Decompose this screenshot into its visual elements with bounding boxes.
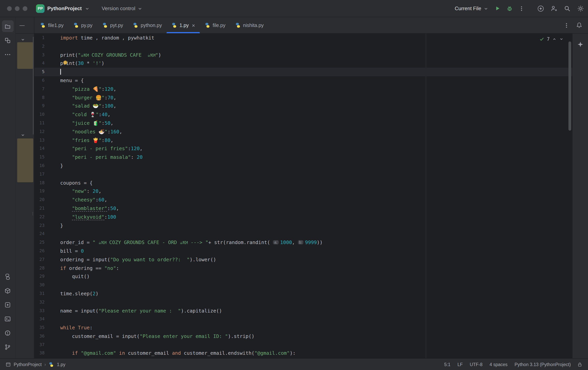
code-line[interactable]: 12 "noodles 🍜":160, xyxy=(34,127,572,136)
line-number[interactable]: 6 xyxy=(34,76,45,85)
line-number[interactable]: 8 xyxy=(34,93,45,102)
write-access-lock-icon[interactable] xyxy=(577,362,583,367)
code-line[interactable]: 22 "luckyvoid":100 xyxy=(34,212,572,221)
tab-nishita.py[interactable]: nishita.py xyxy=(230,17,268,33)
line-number[interactable]: 10 xyxy=(34,110,45,119)
code-line[interactable]: 5 xyxy=(34,68,572,76)
line-number[interactable]: 13 xyxy=(34,136,45,145)
line-number[interactable]: 24 xyxy=(34,230,45,238)
line-number[interactable]: 7 xyxy=(34,85,45,94)
code-line[interactable]: 4print(30 * '!') xyxy=(34,59,572,68)
project-tree-row[interactable] xyxy=(17,42,33,69)
line-number[interactable]: 35 xyxy=(34,323,45,332)
inspections-widget[interactable]: 7 xyxy=(537,36,565,43)
line-number[interactable]: 19 xyxy=(34,187,45,196)
status-item-5-1[interactable]: 5:1 xyxy=(444,362,450,367)
line-number[interactable]: 20 xyxy=(34,196,45,204)
code-line[interactable]: 14 "peri - peri fries":120, xyxy=(34,145,572,153)
line-number[interactable]: 31 xyxy=(34,289,45,298)
services-tool-button[interactable] xyxy=(2,299,13,311)
code-line[interactable]: 10 "cold 🍷":40, xyxy=(34,110,572,119)
next-problem-icon[interactable] xyxy=(559,37,564,42)
project-scrollbar[interactable] xyxy=(33,37,34,135)
code-line[interactable]: 24 xyxy=(34,230,572,238)
structure-tool-button[interactable] xyxy=(2,34,13,46)
line-number[interactable]: 3 xyxy=(34,51,45,59)
code-line[interactable]: 21 "bomblaster":50, xyxy=(34,204,572,213)
version-control-tool-button[interactable] xyxy=(2,341,13,353)
notifications-bell-icon[interactable] xyxy=(576,22,583,29)
status-item-python-3-13-pythonproject-[interactable]: Python 3.13 (PythonProject) xyxy=(514,362,571,367)
tab-py.py[interactable]: py.py xyxy=(68,17,97,33)
code-line[interactable]: 9 "salad 🥗":100, xyxy=(34,102,572,110)
status-item-4-spaces[interactable]: 4 spaces xyxy=(490,362,507,367)
code-line[interactable]: 31time.sleep(2) xyxy=(34,289,572,298)
splitter-handle[interactable]: ⋮ xyxy=(31,213,34,214)
ai-assistant-icon[interactable] xyxy=(537,5,544,12)
line-number[interactable]: 4 xyxy=(34,59,45,68)
more-actions-button[interactable] xyxy=(518,5,525,11)
run-configuration-selector[interactable]: Current File xyxy=(455,5,489,11)
status-item-lf[interactable]: LF xyxy=(457,362,463,367)
code-line[interactable]: 25order_id = " ☕🍽 COZY GROUNDS CAFE - OR… xyxy=(34,238,572,247)
add-user-icon[interactable] xyxy=(550,5,557,12)
project-tree-row[interactable] xyxy=(17,138,33,182)
line-number[interactable]: 12 xyxy=(34,127,45,136)
tab-python.py[interactable]: python.py xyxy=(128,17,167,33)
line-number[interactable]: 29 xyxy=(34,272,45,281)
settings-gear-icon[interactable] xyxy=(577,5,584,12)
more-tool-windows-button[interactable] xyxy=(2,49,13,60)
line-number[interactable]: 28 xyxy=(34,264,45,272)
line-number[interactable]: 18 xyxy=(34,179,45,187)
code-line[interactable]: 13 "fries 🍟":80, xyxy=(34,136,572,145)
code-line[interactable]: 27ordering = input("Do you want to order… xyxy=(34,255,572,264)
line-number[interactable]: 11 xyxy=(34,119,45,127)
code-line[interactable]: 7 "pizza 🍕":120, xyxy=(34,85,572,94)
problems-tool-button[interactable] xyxy=(2,327,13,339)
code-line[interactable]: 26bill = 0 xyxy=(34,247,572,255)
zoom-window-button[interactable] xyxy=(23,6,27,11)
code-line[interactable]: 20 "cheesy":60, xyxy=(34,196,572,204)
line-number[interactable]: 16 xyxy=(34,161,45,170)
status-item-utf-8[interactable]: UTF-8 xyxy=(470,362,483,367)
search-icon[interactable] xyxy=(564,5,571,12)
line-number[interactable]: 22 xyxy=(34,212,45,221)
code-line[interactable]: 18coupons = { xyxy=(34,179,572,187)
line-number[interactable]: 21 xyxy=(34,204,45,213)
ai-assistant-tool-button[interactable] xyxy=(575,38,586,50)
code-line[interactable]: 15 "peri - peri masala": 20 xyxy=(34,153,572,161)
line-number[interactable]: 14 xyxy=(34,145,45,153)
tree-expand-icon[interactable] xyxy=(20,132,25,139)
code-line[interactable]: 34 xyxy=(34,315,572,324)
python-packages-tool-button[interactable] xyxy=(2,271,13,282)
minimize-window-button[interactable] xyxy=(15,6,20,11)
hide-panel-icon[interactable]: — xyxy=(20,22,25,28)
code-line[interactable]: 3print("☕🍽 COZY GROUNDS CAFE ☕🍽") xyxy=(34,51,572,59)
previous-problem-icon[interactable] xyxy=(552,37,557,42)
run-button[interactable] xyxy=(494,5,501,12)
breadcrumb-file[interactable]: 1.py xyxy=(57,362,65,367)
close-window-button[interactable] xyxy=(7,6,12,11)
line-number[interactable]: 26 xyxy=(34,247,45,255)
breadcrumb-project[interactable]: PythonProject xyxy=(14,362,42,367)
line-number[interactable]: 34 xyxy=(34,315,45,324)
line-number[interactable]: 2 xyxy=(34,42,45,51)
project-tool-button[interactable] xyxy=(2,20,13,32)
tab-file.py[interactable]: file.py xyxy=(200,17,230,33)
line-number[interactable]: 15 xyxy=(34,153,45,161)
line-number[interactable]: 17 xyxy=(34,170,45,179)
code-line[interactable]: 30 xyxy=(34,281,572,289)
code-line[interactable]: 1import time , random , pywhatkit xyxy=(34,34,572,42)
editor[interactable]: 7 1import time , random , pywhatkit23pri… xyxy=(34,34,572,358)
line-number[interactable]: 36 xyxy=(34,332,45,341)
terminal-tool-button[interactable] xyxy=(2,313,13,325)
line-number[interactable]: 33 xyxy=(34,307,45,315)
line-number[interactable]: 9 xyxy=(34,102,45,110)
line-number[interactable]: 1 xyxy=(34,34,45,42)
line-number[interactable]: 30 xyxy=(34,281,45,289)
code-line[interactable]: 6menu = { xyxy=(34,76,572,85)
code-line[interactable]: 11 "juice 🧃":50, xyxy=(34,119,572,127)
line-number[interactable]: 37 xyxy=(34,340,45,349)
code-line[interactable]: 37 xyxy=(34,340,572,349)
tab-options-icon[interactable] xyxy=(563,22,570,28)
